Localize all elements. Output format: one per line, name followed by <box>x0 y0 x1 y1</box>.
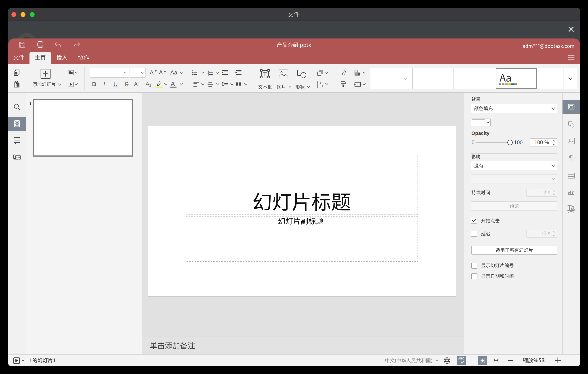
svg-text:3: 3 <box>208 74 209 76</box>
